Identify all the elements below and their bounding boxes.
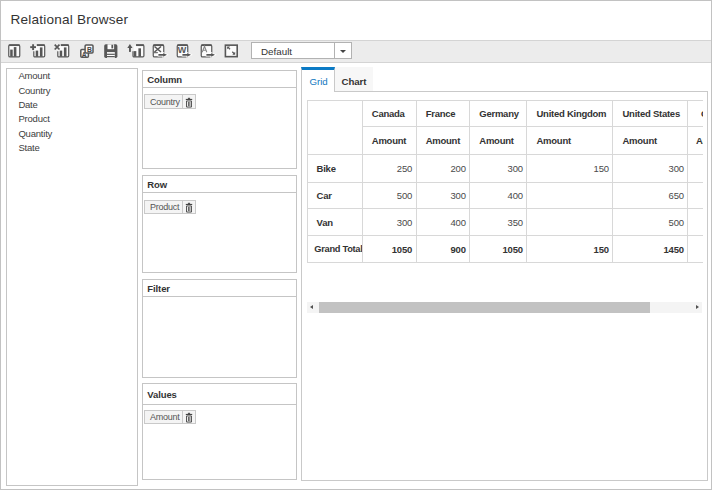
svg-text:B: B [87,46,92,53]
svg-text:W: W [177,45,186,55]
